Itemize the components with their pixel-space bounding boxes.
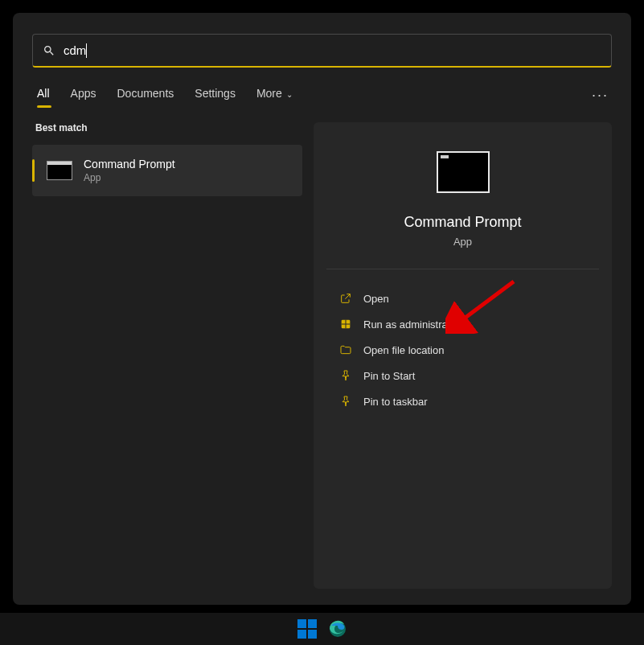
content-area: Best match Command Prompt App Command Pr… bbox=[32, 122, 612, 589]
action-open-file-location[interactable]: Open file location bbox=[339, 337, 586, 363]
result-text: Command Prompt App bbox=[84, 158, 175, 183]
section-label-best-match: Best match bbox=[32, 122, 302, 134]
shield-icon bbox=[339, 318, 352, 331]
more-options-icon[interactable]: ··· bbox=[592, 87, 609, 104]
actions-list: Open Run as administrator Open file loca… bbox=[314, 269, 612, 430]
result-item-command-prompt[interactable]: Command Prompt App bbox=[32, 145, 302, 196]
results-column: Best match Command Prompt App bbox=[32, 122, 302, 589]
result-subtitle: App bbox=[84, 172, 175, 183]
preview-pane: Command Prompt App Open Run as administr… bbox=[314, 122, 612, 589]
tab-all[interactable]: All bbox=[37, 87, 50, 108]
result-title: Command Prompt bbox=[84, 158, 175, 170]
action-pin-to-start[interactable]: Pin to Start bbox=[339, 363, 586, 388]
edge-browser-icon[interactable] bbox=[328, 619, 347, 639]
taskbar bbox=[0, 613, 644, 645]
search-box[interactable]: cdm bbox=[32, 34, 612, 68]
start-search-panel: cdm All Apps Documents Settings More ⌄ ·… bbox=[13, 13, 631, 605]
tab-settings[interactable]: Settings bbox=[195, 87, 236, 108]
action-label: Open bbox=[363, 293, 389, 305]
tab-more[interactable]: More ⌄ bbox=[256, 87, 293, 108]
action-open[interactable]: Open bbox=[339, 286, 586, 311]
action-label: Pin to taskbar bbox=[363, 396, 428, 408]
pin-icon bbox=[339, 395, 352, 408]
pin-icon bbox=[339, 369, 352, 382]
start-button[interactable] bbox=[297, 619, 317, 639]
action-run-as-admin[interactable]: Run as administrator bbox=[339, 311, 586, 337]
search-query-text: cdm bbox=[64, 43, 86, 57]
preview-title: Command Prompt bbox=[404, 214, 521, 231]
preview-subtitle: App bbox=[453, 236, 472, 248]
tab-apps[interactable]: Apps bbox=[71, 87, 96, 108]
action-label: Pin to Start bbox=[363, 370, 415, 382]
open-icon bbox=[339, 292, 352, 305]
folder-icon bbox=[339, 343, 352, 356]
action-label: Open file location bbox=[363, 344, 444, 356]
tab-more-label: More bbox=[256, 87, 282, 100]
search-icon bbox=[43, 44, 55, 57]
filter-tabs: All Apps Documents Settings More ⌄ ··· bbox=[32, 87, 612, 108]
preview-cmd-icon bbox=[437, 151, 490, 193]
cmd-icon bbox=[47, 161, 72, 180]
action-label: Run as administrator bbox=[363, 318, 460, 331]
action-pin-to-taskbar[interactable]: Pin to taskbar bbox=[339, 388, 586, 414]
tab-documents[interactable]: Documents bbox=[117, 87, 174, 108]
chevron-down-icon: ⌄ bbox=[284, 90, 293, 99]
